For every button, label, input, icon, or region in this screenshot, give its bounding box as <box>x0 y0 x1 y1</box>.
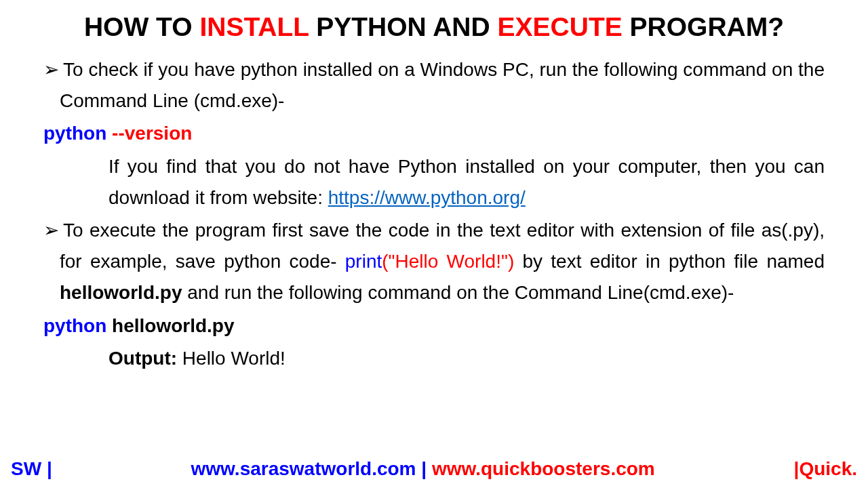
print-args: ("Hello World!") <box>382 251 514 272</box>
footer-url-1: www.saraswatworld.com <box>191 458 416 479</box>
footer-center: www.saraswatworld.com | www.quickbooster… <box>52 458 794 480</box>
bullet-item-2: ➢To execute the program first save the c… <box>43 215 825 309</box>
footer: SW | www.saraswatworld.com | www.quickbo… <box>0 458 868 480</box>
content-body: ➢To check if you have python installed o… <box>0 42 868 374</box>
cmd1-version: --version <box>112 123 192 144</box>
cmd2-filename: helloworld.py <box>106 315 234 336</box>
helloworld-filename: helloworld.py <box>60 282 182 303</box>
title-red2: EXECUTE <box>498 12 623 41</box>
bullet2-part3: and run the following command on the Com… <box>182 282 734 303</box>
bullet-item-1: ➢To check if you have python installed o… <box>43 54 825 117</box>
footer-sep: | <box>416 458 432 479</box>
bullet2-part2: by text editor in python file named <box>514 251 825 272</box>
footer-right: |Quick. <box>794 458 857 480</box>
command-line-2: python helloworld.py <box>43 310 825 342</box>
title-part2: PYTHON AND <box>309 12 497 41</box>
output-line: Output: Hello World! <box>43 343 825 374</box>
bullet1-text: To check if you have python installed on… <box>60 59 825 111</box>
page-title: HOW TO INSTALL PYTHON AND EXECUTE PROGRA… <box>0 0 868 42</box>
title-part1: HOW TO <box>84 12 199 41</box>
print-keyword: print <box>345 251 382 272</box>
title-red1: INSTALL <box>199 12 309 41</box>
output-label: Output: <box>108 348 182 369</box>
footer-url-2: www.quickboosters.com <box>432 458 655 479</box>
python-org-link[interactable]: https://www.python.org/ <box>328 187 526 208</box>
cmd2-python: python <box>43 315 106 336</box>
bullet-marker-icon: ➢ <box>43 215 59 246</box>
subtext-download: If you find that you do not have Python … <box>43 151 825 214</box>
bullet-marker-icon: ➢ <box>43 54 59 85</box>
command-line-1: python --version <box>43 118 825 149</box>
footer-left: SW | <box>11 458 52 480</box>
title-part3: PROGRAM? <box>623 12 784 41</box>
cmd1-python: python <box>43 123 112 144</box>
output-value: Hello World! <box>182 348 285 369</box>
